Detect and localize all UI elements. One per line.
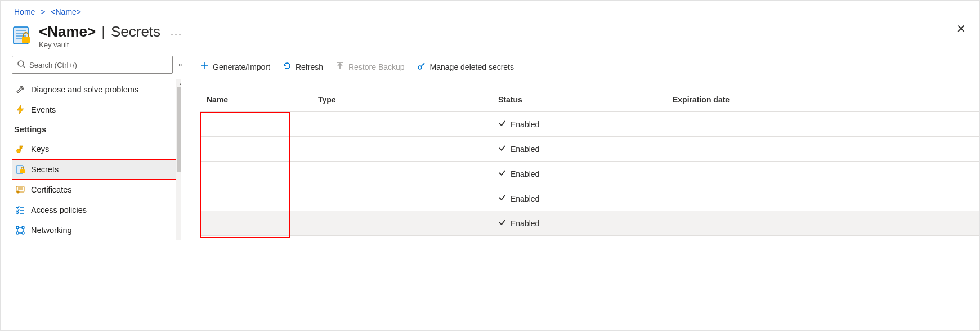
check-icon — [498, 169, 506, 178]
breadcrumb: Home > <Name> — [1, 1, 979, 20]
network-icon — [15, 225, 25, 235]
sidebar-nav: Diagnose and solve problemsEvents Settin… — [12, 79, 181, 240]
sidebar-item-access-policies[interactable]: Access policies — [12, 200, 181, 220]
check-icon — [498, 194, 506, 203]
settings-heading: Settings — [12, 120, 181, 139]
key-icon — [15, 144, 25, 154]
status-label: Enabled — [511, 169, 539, 178]
sidebar-item-keys[interactable]: Keys — [12, 139, 181, 159]
manage-deleted-icon — [417, 61, 426, 72]
cell-status: Enabled — [498, 119, 673, 129]
col-header-name[interactable]: Name — [200, 95, 318, 104]
check-icon — [498, 218, 506, 228]
sidebar-item-networking[interactable]: Networking — [12, 220, 181, 240]
cert-icon — [15, 185, 25, 195]
title-separator: | — [101, 23, 105, 41]
page-subtitle: Key vault — [39, 41, 182, 49]
col-header-expiration[interactable]: Expiration date — [673, 95, 979, 104]
sidebar-search[interactable] — [12, 56, 173, 74]
sidebar-item-label: Events — [31, 105, 56, 114]
toolbar: Generate/Import Refresh Restore Backup — [200, 56, 979, 78]
svg-point-22 — [16, 226, 19, 229]
refresh-icon — [283, 61, 292, 72]
refresh-label: Refresh — [296, 62, 323, 71]
sidebar-item-label: Secrets — [31, 165, 59, 174]
manage-deleted-label: Manage deleted secrets — [430, 62, 514, 71]
page-header: <Name> | Secrets ... Key vault ✕ — [1, 20, 979, 56]
keyvault-icon — [12, 25, 32, 46]
table-header-row: Name Type Status Expiration date — [200, 87, 979, 112]
sidebar-item-label: Certificates — [31, 185, 72, 194]
restore-backup-label: Restore Backup — [348, 62, 405, 71]
sidebar-item-label: Access policies — [31, 205, 87, 214]
sidebar-scrollbar[interactable]: ▲ — [176, 79, 181, 240]
search-input[interactable] — [29, 61, 168, 69]
table-row[interactable]: Enabled — [200, 186, 979, 211]
table-row[interactable]: Enabled — [200, 162, 979, 186]
check-icon — [498, 144, 506, 154]
svg-line-7 — [23, 66, 25, 68]
generate-import-label: Generate/Import — [213, 62, 270, 71]
svg-line-35 — [423, 64, 424, 65]
status-label: Enabled — [511, 120, 539, 129]
page-title-section: Secrets — [111, 23, 160, 41]
page-title-name: <Name> — [39, 23, 96, 41]
status-label: Enabled — [511, 145, 539, 154]
restore-backup-button: Restore Backup — [335, 61, 405, 72]
svg-rect-5 — [22, 37, 30, 43]
sidebar-item-label: Networking — [31, 226, 72, 235]
sidebar-item-diagnose-and-solve-problems[interactable]: Diagnose and solve problems — [12, 79, 181, 100]
sidebar-item-label: Diagnose and solve problems — [31, 85, 138, 94]
secrets-icon — [15, 164, 25, 175]
svg-point-24 — [16, 232, 19, 234]
svg-point-16 — [17, 191, 20, 194]
bolt-icon — [15, 105, 25, 115]
upload-icon — [335, 61, 344, 72]
check-icon — [498, 119, 506, 129]
svg-point-23 — [22, 226, 24, 229]
main-content: Generate/Import Refresh Restore Backup — [181, 56, 979, 324]
cell-status: Enabled — [498, 194, 673, 203]
more-actions-icon[interactable]: ... — [171, 26, 182, 38]
svg-marker-8 — [17, 105, 24, 114]
secrets-table: Name Type Status Expiration date Enabled… — [200, 78, 979, 236]
breadcrumb-resource[interactable]: <Name> — [51, 7, 81, 16]
status-label: Enabled — [511, 194, 539, 203]
cell-status: Enabled — [498, 169, 673, 178]
col-header-status[interactable]: Status — [498, 95, 673, 104]
cell-status: Enabled — [498, 218, 673, 228]
plus-icon — [200, 61, 209, 72]
manage-deleted-button[interactable]: Manage deleted secrets — [417, 61, 514, 72]
table-row[interactable]: Enabled — [200, 112, 979, 137]
refresh-button[interactable]: Refresh — [283, 61, 323, 72]
scrollbar-up-icon[interactable]: ▲ — [176, 79, 181, 87]
sidebar-item-secrets[interactable]: Secrets — [12, 159, 181, 180]
sidebar: « Diagnose and solve problemsEvents Sett… — [1, 56, 181, 324]
list-icon — [15, 205, 25, 215]
col-header-type[interactable]: Type — [318, 95, 498, 104]
table-row[interactable]: Enabled — [200, 211, 979, 236]
status-label: Enabled — [511, 219, 539, 228]
svg-point-6 — [18, 61, 24, 66]
table-row[interactable]: Enabled — [200, 137, 979, 162]
svg-rect-14 — [20, 169, 25, 173]
scrollbar-thumb[interactable] — [177, 87, 181, 172]
breadcrumb-home[interactable]: Home — [14, 7, 35, 16]
cell-status: Enabled — [498, 144, 673, 154]
close-icon[interactable]: ✕ — [956, 22, 966, 35]
sidebar-item-label: Keys — [31, 145, 49, 154]
breadcrumb-separator: > — [37, 7, 48, 16]
sidebar-item-events[interactable]: Events — [12, 100, 181, 120]
svg-rect-12 — [21, 147, 22, 149]
svg-rect-11 — [21, 146, 23, 147]
svg-point-25 — [22, 232, 24, 234]
wrench-icon — [15, 84, 25, 95]
sidebar-item-certificates[interactable]: Certificates — [12, 180, 181, 200]
generate-import-button[interactable]: Generate/Import — [200, 61, 270, 72]
search-icon — [17, 60, 29, 70]
